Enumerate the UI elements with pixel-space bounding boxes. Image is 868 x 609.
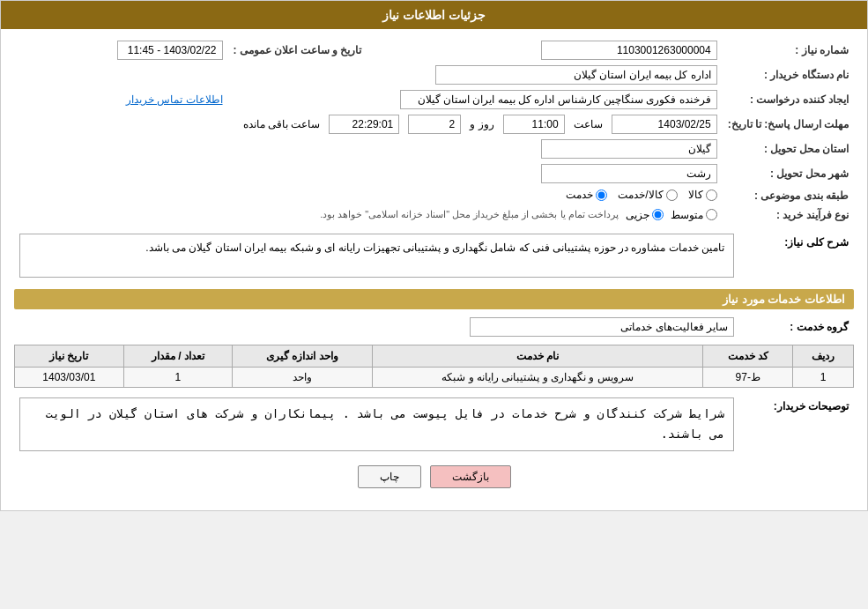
namDastgah-field: اداره کل بیمه ایران استان گیلان [435,65,717,85]
col-name: نام خدمت [372,345,703,367]
tarikhElan-label: تاریخ و ساعت اعلان عمومی : [228,38,380,63]
goroh-table: گروه خدمت : سایر فعالیت‌های خدماتی [14,315,854,339]
content-area: شماره نیاز : 1103001263000004 تاریخ و سا… [1,29,867,510]
page-wrapper: جزئیات اطلاعات نیاز شماره نیاز : 1103001… [0,0,868,511]
shahr-label: شهر محل تحویل : [723,161,854,186]
tosiyat-table: توصیحات خریدار: شرایط شرکت کنندگان و شرح… [14,395,854,457]
noeFarayand-label: نوع فرآیند خرید : [723,206,854,224]
radio-kala-khidmat-input[interactable] [666,189,678,201]
shahr-field: رشت [541,164,717,183]
radio-kala-khidmat-label: کالا/خدمت [618,189,663,201]
tabaghe-radio-group: کالا کالا/خدمت خدمت [566,189,716,201]
namDastgah-value: اداره کل بیمه ایران استان گیلان [14,63,723,87]
tarikhElan-field: 1403/02/22 - 11:45 [117,41,223,60]
ijadKonande-label: ایجاد کننده درخواست : [723,87,854,112]
shomareNiaz-field: 1103001263000004 [541,41,717,60]
cell-code: ط-97 [703,367,793,387]
ostan-value: گیلان [14,137,723,161]
print-button[interactable]: چاپ [358,465,421,488]
farayand-radio-group: متوسط جزیی پرداخت تمام یا بخشی از مبلغ خ… [19,209,717,221]
radio-motevaset-input[interactable] [706,209,717,220]
shomareNiaz-value: 1103001263000004 [379,38,722,63]
ijadKonande-field: فرخنده فکوری سنگاچین کارشناس اداره کل بی… [400,90,717,109]
goroh-field: سایر فعالیت‌های خدماتی [470,317,734,337]
ettelaatTamas-link[interactable]: اطلاعات تماس خریدار [126,93,223,106]
radio-motevaset: متوسط [671,209,717,221]
khadamat-section-title: اطلاعات خدمات مورد نیاز [14,289,854,309]
radio-kala-label: کالا [688,189,703,201]
saat-field: 11:00 [503,115,565,134]
radio-khidmat-label: خدمت [566,189,593,201]
radio-khidmat: خدمت [566,189,607,201]
mohlatErsal-values: 1403/02/25 ساعت 11:00 روز و 2 22:29:01 س… [14,112,723,137]
shomareNiaz-label: شماره نیاز : [723,38,854,63]
col-radif: ردیف [793,345,854,367]
radio-kala: کالا [688,189,717,201]
col-code: کد خدمت [703,345,793,367]
cell-date: 1403/03/01 [15,367,124,387]
col-unit: واحد اندازه گیری [233,345,372,367]
radio-jozyi-label: جزیی [626,209,649,221]
page-title: جزئیات اطلاعات نیاز [382,8,486,22]
cell-unit: واحد [233,367,372,387]
table-row: 1ط-97سرویس و نگهداری و پشتیبانی رایانه و… [15,367,854,387]
services-table: ردیف کد خدمت نام خدمت واحد اندازه گیری ت… [14,345,854,388]
ijadKonande-value: فرخنده فکوری سنگاچین کارشناس اداره کل بی… [228,87,723,112]
back-button[interactable]: بازگشت [430,465,511,488]
page-header: جزئیات اطلاعات نیاز [1,1,867,29]
noeFarayand-note: پرداخت تمام یا بخشی از مبلغ خریداز محل "… [320,209,619,220]
tarikhPasokh-field: 1403/02/25 [612,115,717,134]
col-count: تعداد / مقدار [123,345,233,367]
sharhKolli-table: شرح کلی نیاز: تامین خدمات مشاوره در حوزه… [14,231,854,280]
saat-label: ساعت [574,118,603,130]
radio-motevaset-label: متوسط [671,209,703,221]
radio-jozyi-input[interactable] [652,209,664,220]
cell-count: 1 [123,367,233,387]
rooz-field: 2 [408,115,461,134]
tabagheBandi-label: طبقه بندی موضوعی : [723,186,854,206]
baghimande-field: 22:29:01 [329,115,399,134]
noeFarayand-values: متوسط جزیی پرداخت تمام یا بخشی از مبلغ خ… [14,206,723,224]
radio-jozyi: جزیی [626,209,664,221]
rooz-label: روز و [470,118,493,130]
goroh-label: گروه خدمت : [739,315,854,339]
buttons-row: بازگشت چاپ [14,457,854,501]
baghimande-label: ساعت باقی مانده [243,118,321,130]
tosiyat-label: توصیحات خریدار: [739,395,854,457]
col-date: تاریخ نیاز [15,345,124,367]
radio-kala-khidmat: کالا/خدمت [618,189,677,201]
cell-radif: 1 [793,367,854,387]
sharhKolli-label: شرح کلی نیاز: [739,231,854,280]
shahr-value: رشت [14,161,723,186]
namDastgah-label: نام دستگاه خریدار : [723,63,854,87]
ostan-field: گیلان [541,139,717,159]
sharhKolli-field: تامین خدمات مشاوره در حوزه پشتیبانی فنی … [19,234,734,278]
radio-kala-input[interactable] [706,189,717,201]
ostan-label: استان محل تحویل : [723,137,854,161]
tabagheBandi-radios: کالا کالا/خدمت خدمت [14,186,723,206]
tosiyat-field[interactable]: شرایط شرکت کنندگان و شرح خدمات در فایل پ… [19,397,734,452]
main-form-table: شماره نیاز : 1103001263000004 تاریخ و سا… [14,38,854,224]
mohlatErsal-label: مهلت ارسال پاسخ: تا تاریخ: [723,112,854,137]
cell-name: سرویس و نگهداری و پشتیبانی رایانه و شبکه [372,367,703,387]
tarikhElan-value: 1403/02/22 - 11:45 [14,38,228,63]
radio-khidmat-input[interactable] [596,189,607,201]
